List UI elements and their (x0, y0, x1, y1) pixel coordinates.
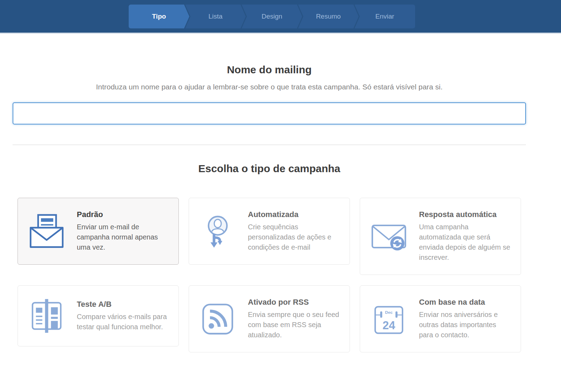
card-text: Ativado por RSS Envia sempre que o seu f… (248, 298, 340, 340)
automation-flow-icon (198, 212, 237, 251)
step-resumo-label: Resumo (316, 13, 341, 20)
card-description: Enviar nos aniversários e outras datas i… (419, 310, 512, 340)
card-text: Padrão Enviar um e-mail de campanha norm… (77, 210, 169, 252)
card-title: Teste A/B (77, 300, 169, 309)
calendar-day-label: 24 (383, 319, 395, 331)
step-lista-label: Lista (208, 13, 222, 20)
card-description: Uma campanha automatizada que será envia… (419, 222, 512, 263)
campaign-type-card-rss[interactable]: Ativado por RSS Envia sempre que o seu f… (189, 285, 350, 352)
page-subtitle: Introduza um nome para o ajudar a lembra… (13, 83, 526, 91)
card-title: Padrão (77, 210, 169, 219)
card-title: Resposta automática (419, 210, 512, 219)
campaign-type-card-automatizada[interactable]: Automatizada Crie sequências personaliza… (189, 198, 350, 265)
rss-icon (198, 301, 237, 337)
card-text: Teste A/B Compare vários e-mails para te… (77, 300, 169, 332)
card-text: Resposta automática Uma campanha automat… (419, 210, 512, 263)
campaign-type-card-teste-ab[interactable]: Teste A/B Compare vários e-mails para te… (18, 285, 179, 346)
campaign-type-title: Escolha o tipo de campanha (13, 163, 526, 175)
step-enviar-label: Enviar (376, 13, 394, 20)
envelope-letter-icon (27, 214, 66, 249)
envelope-refresh-icon (369, 219, 408, 254)
card-description: Enviar um e-mail de campanha normal apen… (77, 222, 169, 252)
campaign-type-card-resposta-automatica[interactable]: Resposta automática Uma campanha automat… (360, 198, 521, 275)
card-description: Envia sempre que o seu feed com base em … (248, 310, 340, 340)
campaign-type-card-padrao[interactable]: Padrão Enviar um e-mail de campanha norm… (18, 198, 179, 265)
card-title: Com base na data (419, 298, 512, 307)
card-description: Compare vários e-mails para testar qual … (77, 312, 169, 332)
step-tipo-label: Tipo (152, 13, 166, 20)
calendar-month-label: Dec (385, 310, 393, 315)
card-title: Automatizada (248, 210, 340, 219)
section-divider (13, 144, 526, 145)
step-design-label: Design (262, 13, 282, 20)
wizard-header: Tipo Lista Design Resumo Enviar (0, 0, 561, 34)
step-lista[interactable]: Lista (185, 5, 246, 28)
step-design[interactable]: Design (242, 5, 302, 28)
step-resumo[interactable]: Resumo (298, 5, 359, 28)
card-text: Automatizada Crie sequências personaliza… (248, 210, 340, 252)
mailing-name-input[interactable] (13, 102, 526, 124)
step-enviar[interactable]: Enviar (354, 5, 415, 28)
card-description: Crie sequências personalizadas de ações … (248, 222, 340, 252)
main-content: Nome do mailing Introduza um nome para o… (13, 64, 526, 352)
step-tipo[interactable]: Tipo (129, 5, 189, 28)
page-title: Nome do mailing (13, 64, 526, 76)
calendar-date-icon: Dec 24 (369, 301, 408, 337)
card-text: Com base na data Enviar nos aniversários… (419, 298, 512, 340)
card-title: Ativado por RSS (248, 298, 340, 307)
campaign-stepper: Tipo Lista Design Resumo Enviar (129, 0, 432, 28)
campaign-type-card-data[interactable]: Dec 24 Com base na data Enviar nos anive… (360, 285, 521, 352)
ab-test-document-icon (27, 298, 66, 334)
campaign-type-grid: Padrão Enviar um e-mail de campanha norm… (18, 198, 521, 352)
